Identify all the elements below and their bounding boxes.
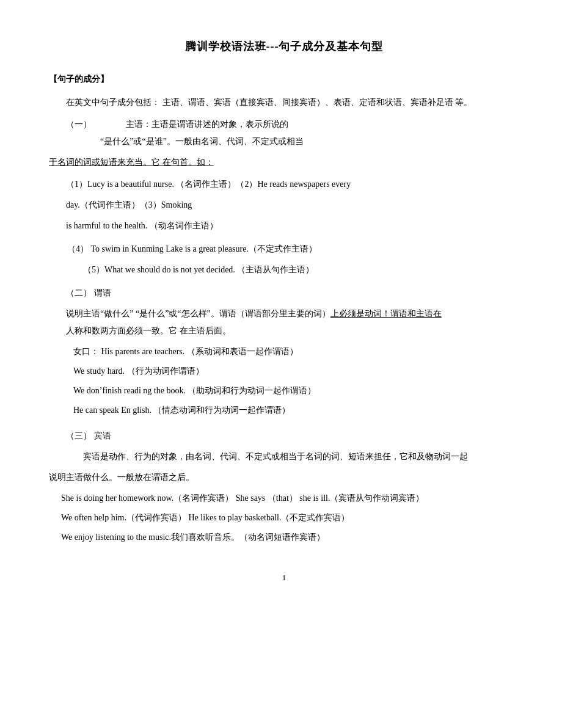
page-title: 腾训学校语法班---句子成分及基本句型 xyxy=(49,37,519,56)
example2: day.（代词作主语）（3）Smoking xyxy=(49,197,519,214)
part2-ex2: We study hard. （行为动词作谓语） xyxy=(49,363,519,380)
part2-desc-block: 说明主语“做什么” “是什么”或“怎么样”。谓语（谓语部分里主要的词）上必须是动… xyxy=(66,305,519,322)
main-content: 腾训学校语法班---句子成分及基本句型 【句子的成分】 在英文中句子成分包括： … xyxy=(49,37,519,585)
part3-desc2: 说明主语做什么。一般放在谓语之后。 xyxy=(49,469,519,486)
part1-title: 主语：主语是谓语讲述的对象，表示所说的 xyxy=(126,116,288,133)
part2-ex4: He can speak En glish. （情态动词和行为动词一起作谓语） xyxy=(49,402,519,419)
part3-section: （三） 宾语 宾语是动作、行为的对象，由名词、代词、不定式或相当于名词的词、短语… xyxy=(49,428,519,546)
part1-section: （一） 主语：主语是谓语讲述的对象，表示所说的 “是什么”或“是谁”。一般由名词… xyxy=(49,116,519,278)
part3-desc1: 宾语是动作、行为的对象，由名词、代词、不定式或相当于名词的词、短语来担任，它和及… xyxy=(49,448,519,465)
example3: is harmful to the health. （动名词作主语） xyxy=(49,217,519,235)
page-number: 1 xyxy=(49,570,519,584)
part2-desc3: 人称和数两方面必须一致。它 在主语后面。 xyxy=(49,322,519,340)
part1-desc2: 于名词的词或短语来充当。它 在句首。如： xyxy=(49,154,519,171)
part2-desc: 说明主语“做什么” “是什么”或“怎么样”。谓语（谓语部分里主要的词） xyxy=(66,309,330,318)
part2-ex1: 女口： His parents are teachers. （系动词和表语一起作… xyxy=(49,343,519,360)
example1: （1）Lucy is a beautiful nurse. （名词作主语）（2）… xyxy=(49,176,519,193)
intro-text: 在英文中句子成分包括： 主语、谓语、宾语（直接宾语、间接宾语）、表语、定语和状语… xyxy=(49,94,519,111)
part3-label: （三） 宾语 xyxy=(49,428,519,445)
part3-ex2: We often help him.（代词作宾语） He likes to pl… xyxy=(49,509,519,526)
part3-ex3: We enjoy listening to the music.我们喜欢听音乐。… xyxy=(49,529,519,546)
part1-label: （一） xyxy=(66,116,92,133)
part2-ex3: We don’finish readi ng the book. （助动词和行为… xyxy=(49,382,519,399)
example5: （5）What we should do is not yet decided.… xyxy=(49,261,519,278)
part3-ex1: She is doing her homework now.（名词作宾语） Sh… xyxy=(49,490,519,507)
part1-desc1: “是什么”或“是谁”。一般由名词、代词、不定式或相当 xyxy=(49,133,519,150)
section-header: 【句子的成分】 xyxy=(49,71,519,88)
example4: （4） To swim in Kunming Lake is a great p… xyxy=(67,241,519,258)
part2-label: （二） 谓语 xyxy=(49,285,519,302)
part2-desc2: 上必须是动词！谓语和主语在 xyxy=(330,309,442,318)
part2-section: （二） 谓语 说明主语“做什么” “是什么”或“怎么样”。谓语（谓语部分里主要的… xyxy=(49,285,519,419)
